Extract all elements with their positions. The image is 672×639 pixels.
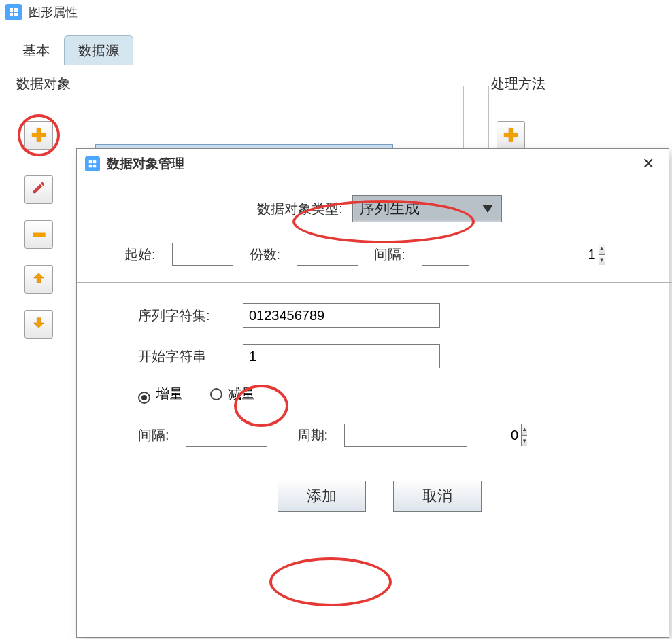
add-button[interactable]: 添加 — [278, 481, 366, 512]
startstr-input[interactable] — [243, 344, 440, 368]
edit-button[interactable] — [24, 175, 53, 204]
type-dropdown[interactable]: 序列生成 — [352, 195, 502, 222]
period-input[interactable] — [345, 424, 521, 446]
spin-up-icon[interactable]: ▲ — [599, 243, 605, 255]
tabs: 基本 数据源 — [0, 24, 672, 65]
separator — [77, 282, 672, 283]
pencil-icon — [31, 180, 46, 199]
window-title-bar: 图形属性 — [0, 0, 672, 24]
app-icon — [85, 156, 100, 171]
minus-icon: ━ — [33, 224, 45, 246]
chevron-down-icon — [482, 205, 493, 213]
modal-title-bar: 数据对象管理 ✕ — [77, 149, 669, 179]
type-value: 序列生成 — [360, 198, 482, 219]
radio-decrease[interactable]: 减量 — [210, 385, 255, 403]
charset-label: 序列字符集: — [138, 307, 233, 325]
add-data-object-button[interactable]: ✚ — [24, 121, 53, 150]
svg-rect-0 — [10, 8, 13, 12]
startstr-label: 开始字符串 — [138, 347, 233, 366]
interval-stepper[interactable]: ▲▼ — [186, 424, 267, 447]
charset-input[interactable] — [243, 303, 440, 328]
radio-icon — [138, 392, 150, 404]
svg-rect-1 — [14, 8, 18, 12]
data-object-manage-dialog: 数据对象管理 ✕ 数据对象类型: 序列生成 起始: ▲▼ 份数: ▲▼ 间隔: — [76, 148, 669, 638]
remove-button[interactable]: ━ — [24, 220, 53, 249]
cancel-button[interactable]: 取消 — [393, 481, 482, 512]
arrow-up-icon — [31, 271, 46, 288]
start-stepper[interactable]: ▲▼ — [172, 243, 233, 266]
svg-rect-3 — [14, 13, 18, 16]
move-down-button[interactable] — [24, 310, 53, 339]
spin-down-icon[interactable]: ▼ — [599, 255, 605, 266]
app-icon — [5, 4, 22, 20]
svg-rect-6 — [89, 165, 92, 167]
svg-rect-2 — [10, 13, 13, 16]
type-label: 数据对象类型: — [257, 200, 343, 218]
add-method-button[interactable]: ✚ — [497, 121, 525, 150]
period-label: 周期: — [297, 426, 329, 445]
svg-rect-5 — [93, 160, 96, 163]
modal-title: 数据对象管理 — [107, 155, 636, 173]
spin-down-icon[interactable]: ▼ — [522, 436, 527, 447]
arrow-down-icon — [31, 315, 46, 333]
interval-top-stepper[interactable]: ▲▼ — [422, 243, 469, 266]
close-button[interactable]: ✕ — [636, 155, 660, 173]
copies-stepper[interactable]: ▲▼ — [297, 243, 358, 266]
interval-label: 间隔: — [138, 426, 169, 445]
window-title: 图形属性 — [29, 4, 78, 20]
tab-basic[interactable]: 基本 — [8, 35, 64, 65]
period-stepper[interactable]: ▲▼ — [344, 424, 467, 447]
radio-increase[interactable]: 增量 — [138, 385, 183, 403]
interval-top-label: 间隔: — [374, 245, 405, 264]
svg-rect-7 — [93, 165, 96, 167]
plus-icon: ✚ — [503, 125, 518, 146]
move-up-button[interactable] — [24, 265, 53, 294]
plus-icon: ✚ — [31, 125, 46, 146]
svg-rect-4 — [89, 160, 92, 163]
tab-datasource[interactable]: 数据源 — [64, 35, 133, 65]
interval-input[interactable] — [186, 424, 363, 446]
radio-icon — [210, 388, 222, 400]
copies-label: 份数: — [250, 245, 281, 264]
spin-up-icon[interactable]: ▲ — [522, 424, 527, 436]
start-label: 起始: — [124, 245, 156, 264]
interval-top-input[interactable] — [422, 243, 599, 265]
